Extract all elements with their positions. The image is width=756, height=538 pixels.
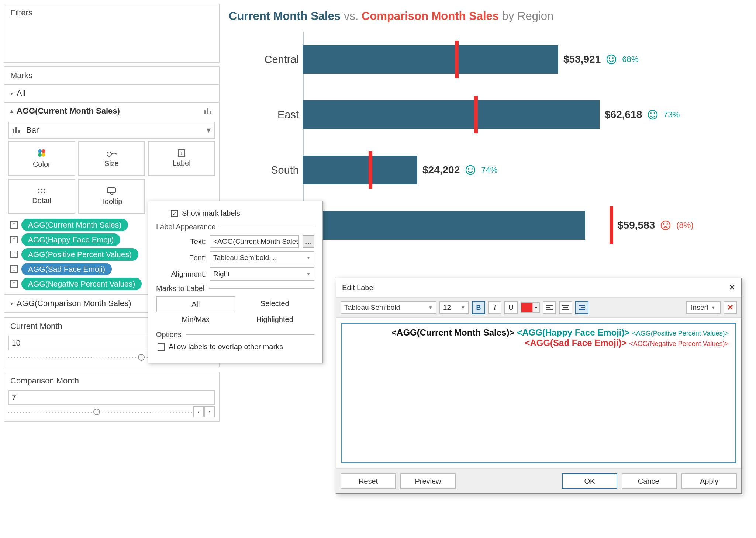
svg-rect-20 (472, 168, 473, 170)
show-mark-labels-row[interactable]: ✓ Show mark labels (171, 209, 314, 218)
font-size-dropdown[interactable]: 12▼ (439, 301, 469, 314)
marks-to-label-highlighted[interactable]: Highlighted (235, 312, 315, 327)
current-month-bar[interactable]: $62,61873% (303, 100, 600, 129)
comparison-reference-mark[interactable] (474, 96, 478, 133)
label-options-popover: ✓ Show mark labels Label Appearance Text… (148, 201, 323, 363)
marks-size-label: Size (104, 159, 119, 168)
align-right-button[interactable] (575, 301, 588, 314)
token-sad-emoji[interactable]: <AGG(Sad Face Emoji)> (525, 338, 626, 348)
token-positive-pct[interactable]: <AGG(Positive Percent Values)> (632, 330, 729, 337)
checkbox-checked-icon[interactable]: ✓ (171, 210, 178, 217)
ok-button[interactable]: OK (562, 473, 617, 489)
label-icon: T (10, 236, 18, 243)
happy-face-icon (647, 109, 658, 120)
edit-text-button[interactable]: … (303, 235, 314, 248)
filters-drop-area[interactable] (4, 21, 219, 62)
bar-value-label: $59,583(8%) (618, 219, 694, 231)
bold-button[interactable]: B (472, 301, 485, 314)
dialog-button-row: Reset Preview OK Cancel Apply (336, 468, 741, 493)
token-happy-emoji[interactable]: <AGG(Happy Face Emoji)> (517, 327, 629, 337)
text-field[interactable]: <AGG(Current Month Sales)> (210, 235, 299, 248)
dialog-title: Edit Label (342, 284, 375, 292)
token-negative-pct[interactable]: <AGG(Negative Percent Values)> (629, 340, 729, 347)
edit-label-dialog: Edit Label ✕ Tableau Semibold▼ 12▼ B I U… (336, 278, 742, 494)
tooltip-icon (107, 187, 116, 195)
underline-button[interactable]: U (504, 301, 518, 314)
comparison-reference-mark[interactable] (455, 41, 459, 78)
comparison-reference-mark[interactable] (610, 206, 613, 244)
comparison-reference-mark[interactable] (369, 151, 372, 189)
param-comparison-value[interactable]: 7 (8, 390, 215, 405)
checkbox-unchecked-icon[interactable] (158, 343, 165, 351)
align-center-button[interactable] (559, 301, 572, 314)
reset-button[interactable]: Reset (341, 473, 396, 489)
cancel-button[interactable]: Cancel (622, 473, 677, 489)
mark-type-dropdown[interactable]: Bar ▾ (8, 122, 215, 139)
pill-happy-emoji[interactable]: AGG(Happy Face Emoji) (21, 233, 120, 246)
pill-positive-pct[interactable]: AGG(Positive Percent Values) (21, 248, 138, 261)
marks-to-label-selected[interactable]: Selected (235, 296, 315, 312)
clear-button[interactable]: ✕ (724, 301, 737, 314)
label-editor[interactable]: <AGG(Current Month Sales)> <AGG(Happy Fa… (341, 323, 736, 463)
svg-rect-14 (612, 57, 614, 59)
italic-button[interactable]: I (488, 301, 501, 314)
dropdown-arrow-icon: ▼ (306, 271, 311, 277)
align-left-button[interactable] (543, 301, 556, 314)
slider-knob[interactable] (93, 409, 100, 415)
font-dropdown[interactable]: Tableau Semibold, ..▼ (210, 251, 314, 264)
bar-value-label: $24,20274% (422, 164, 497, 176)
dropdown-arrow-icon[interactable]: ▼ (532, 302, 540, 313)
svg-rect-19 (468, 168, 469, 170)
font-family-dropdown[interactable]: Tableau Semibold▼ (341, 301, 436, 314)
close-icon[interactable]: ✕ (729, 283, 735, 292)
insert-dropdown[interactable]: Insert▼ (686, 301, 721, 314)
preview-button[interactable]: Preview (400, 473, 456, 489)
param-comparison-next[interactable]: › (204, 406, 215, 417)
token-current-month[interactable]: <AGG(Current Month Sales)> (391, 327, 514, 337)
options-heading: Options (156, 330, 182, 339)
slider-knob[interactable] (138, 354, 145, 361)
font-color-button[interactable]: ▼ (521, 301, 540, 314)
apply-button[interactable]: Apply (681, 473, 737, 489)
marks-color-cell[interactable]: Color (8, 141, 75, 176)
pill-sad-emoji[interactable]: AGG(Sad Face Emoji) (21, 263, 112, 275)
dialog-titlebar[interactable]: Edit Label ✕ (336, 278, 741, 297)
current-month-bar[interactable]: $24,20274% (303, 156, 417, 184)
svg-rect-17 (654, 112, 655, 114)
marks-to-label-heading: Marks to Label (156, 284, 204, 293)
value-dollar: $59,583 (618, 219, 655, 231)
svg-point-8 (38, 192, 39, 193)
marks-size-cell[interactable]: Size (78, 141, 145, 176)
svg-rect-11 (107, 188, 115, 193)
chart-row: West$59,583(8%) (303, 198, 752, 253)
svg-point-18 (466, 166, 475, 174)
allow-overlap-row[interactable]: Allow labels to overlap other marks (158, 343, 314, 351)
chevron-up-icon: ▴ (10, 108, 13, 114)
marks-detail-cell[interactable]: Detail (8, 179, 75, 214)
param-comparison-prev[interactable]: ‹ (193, 406, 204, 417)
pill-negative-pct[interactable]: AGG(Negative Percent Values) (21, 278, 142, 290)
dropdown-arrow-icon: ▾ (207, 125, 211, 135)
svg-point-1 (42, 149, 45, 153)
label-icon: T (178, 149, 185, 157)
marks-tooltip-cell[interactable]: Tooltip (78, 179, 145, 214)
svg-point-0 (38, 149, 42, 153)
filters-shelf[interactable]: Filters (4, 4, 220, 63)
marks-agg-current-row[interactable]: ▴ AGG(Current Month Sales) (4, 102, 219, 119)
svg-point-5 (38, 189, 39, 190)
marks-label-cell[interactable]: T Label (148, 141, 215, 176)
alignment-dropdown[interactable]: Right▼ (210, 267, 314, 281)
current-month-bar[interactable]: $53,92168% (303, 45, 558, 74)
svg-point-9 (41, 192, 42, 193)
value-percent: 74% (481, 165, 497, 175)
current-month-bar[interactable]: $59,583(8%) (303, 211, 585, 240)
text-label: Text: (156, 237, 206, 246)
value-dollar: $62,618 (605, 109, 642, 121)
param-comparison-slider[interactable] (8, 408, 193, 416)
marks-to-label-minmax[interactable]: Min/Max (156, 312, 235, 327)
detail-icon (37, 188, 46, 194)
happy-face-icon (606, 54, 617, 65)
marks-all-row[interactable]: ▾ All (4, 84, 219, 102)
marks-to-label-all[interactable]: All (156, 296, 235, 312)
pill-agg-current[interactable]: AGG(Current Month Sales) (21, 219, 128, 231)
